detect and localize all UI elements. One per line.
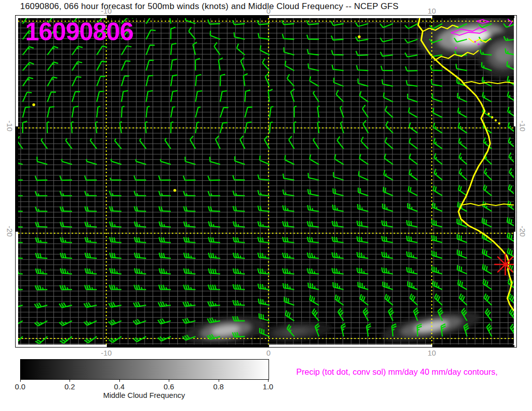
wind-barb — [405, 53, 418, 57]
frame-segment-bottom — [432, 345, 514, 347]
wind-barb — [380, 24, 393, 28]
wind-barb — [435, 294, 442, 305]
wind-barb — [209, 222, 220, 227]
wind-barb — [258, 268, 270, 274]
wind-barb — [434, 153, 442, 164]
map-plot-area: 16090806 — [18, 18, 514, 345]
wind-barb — [121, 46, 131, 55]
wind-barb — [47, 62, 58, 71]
wind-barb — [407, 267, 418, 273]
wind-barb — [508, 138, 514, 149]
wind-barb — [183, 191, 195, 195]
cloud-frequency-colorbar — [20, 359, 269, 380]
wind-barbs — [18, 18, 514, 344]
wind-barb — [159, 285, 171, 290]
wind-barb — [47, 92, 56, 102]
wind-barb — [208, 20, 220, 24]
wind-barb — [165, 138, 171, 149]
wind-barb — [356, 23, 369, 27]
frame-segment-bottom — [19, 345, 107, 347]
wind-barb — [407, 251, 418, 258]
wind-barb — [382, 267, 393, 274]
run-label: 16090806 — [25, 19, 133, 44]
axis-label-top: 10 — [428, 7, 436, 15]
wind-barb — [409, 154, 418, 165]
wind-barb — [359, 171, 368, 180]
wind-barb — [23, 121, 27, 133]
wind-barb — [458, 280, 467, 290]
wind-barb — [208, 285, 220, 290]
wind-barb — [385, 138, 393, 149]
wind-barb — [434, 138, 442, 149]
wind-barb — [482, 77, 492, 87]
wind-barb — [37, 157, 47, 164]
axis-label-left: -10 — [6, 120, 14, 131]
wind-barb — [357, 252, 369, 258]
colorbar-tick-label: 0.8 — [213, 382, 224, 391]
wind-barb — [310, 295, 319, 305]
wind-barb — [158, 302, 171, 307]
wind-barb — [120, 121, 122, 133]
wind-barb — [233, 237, 245, 243]
wind-barb — [208, 301, 220, 306]
wind-barb — [283, 283, 294, 290]
wind-barb — [183, 302, 195, 307]
wind-barb — [258, 237, 270, 243]
wind-barb — [210, 157, 220, 164]
wind-barb — [409, 169, 418, 180]
wind-barb — [159, 176, 171, 180]
axis-label-bottom: 0 — [267, 349, 271, 357]
wind-barb — [184, 237, 195, 243]
wind-barb — [508, 184, 514, 195]
wind-barb — [383, 93, 393, 102]
wind-barb — [233, 191, 245, 196]
wind-barb — [308, 205, 319, 211]
colorbar-tick — [268, 379, 269, 382]
wind-barb — [487, 324, 492, 336]
wind-barb — [183, 285, 195, 290]
wind-barb — [283, 206, 294, 212]
wind-barb — [407, 80, 418, 86]
wind-barb — [341, 324, 346, 336]
precip-dot — [32, 103, 35, 106]
wind-barb — [336, 90, 344, 102]
colorbar-tick — [119, 379, 120, 382]
wind-barb — [233, 284, 245, 290]
wind-barb — [433, 185, 442, 195]
wind-barb — [357, 65, 368, 71]
wind-barb — [193, 42, 197, 55]
colorbar-tick — [219, 379, 219, 382]
wind-barb — [459, 169, 467, 180]
wind-barb — [258, 253, 270, 258]
wind-barb — [510, 324, 514, 336]
wind-barb — [356, 51, 368, 55]
wind-barb — [134, 285, 146, 290]
wind-barb — [405, 39, 418, 43]
wind-barb — [458, 185, 467, 196]
wind-barb — [459, 153, 467, 165]
wind-barb — [233, 222, 245, 227]
wind-barb — [184, 253, 195, 258]
wind-barb — [407, 220, 418, 227]
wind-barb — [159, 191, 171, 196]
colorbar-tick-label: 0.4 — [114, 382, 124, 391]
wind-barb — [483, 264, 492, 274]
wind-barb — [332, 204, 344, 211]
wind-barb — [360, 294, 368, 305]
wind-barb — [388, 308, 394, 321]
wind-barb — [485, 309, 492, 321]
wind-barb — [382, 252, 393, 258]
colorbar-tick — [70, 379, 70, 382]
wind-barb — [409, 108, 418, 118]
wind-barb — [458, 138, 467, 149]
wind-barb — [233, 175, 245, 180]
axis-label-top: 0 — [267, 7, 271, 15]
wind-barb — [334, 172, 344, 180]
wind-barb — [459, 294, 467, 305]
wind-barb — [209, 253, 220, 258]
wind-barb — [190, 136, 195, 149]
colorbar-tick-label: 0.6 — [164, 382, 174, 391]
wind-barb — [47, 122, 49, 133]
wind-barb — [245, 90, 250, 102]
wind-barb — [484, 185, 492, 196]
